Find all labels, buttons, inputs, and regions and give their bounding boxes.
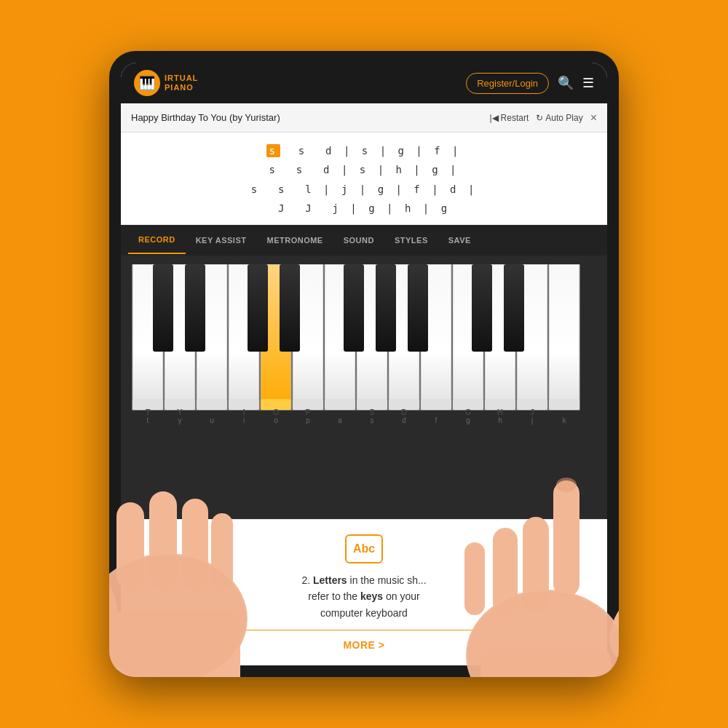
key-label-I: I (242, 408, 245, 416)
svg-text:k: k (563, 416, 567, 424)
toolbar-record[interactable]: RECORD (128, 226, 186, 254)
logo-icon: 🎹 (134, 70, 160, 96)
key-label-O: O (273, 408, 280, 416)
key-label-G: G (465, 408, 472, 416)
svg-text:p: p (306, 416, 310, 424)
header: 🎹 IRTUAL PIANO Register/Login 🔍 ☰ (121, 63, 607, 103)
info-text: 2. Letters in the music sh... refer to t… (301, 572, 426, 621)
svg-text:d: d (402, 416, 406, 424)
header-right: Register/Login 🔍 ☰ (466, 73, 594, 94)
svg-text:a: a (338, 416, 342, 424)
svg-text:j: j (531, 416, 533, 424)
tablet-device: 🎹 IRTUAL PIANO Register/Login 🔍 ☰ Happy … (109, 51, 619, 677)
highlighted-note: s (266, 144, 280, 157)
svg-text:t: t (147, 416, 149, 424)
piano-container: T Y I (121, 256, 607, 519)
sheet-row-1: s s d | s | g | f | (266, 143, 461, 159)
logo: 🎹 IRTUAL PIANO (134, 70, 198, 96)
svg-text:h: h (498, 416, 502, 424)
song-banner: Happy Birthday To You (by Yuristar) |◀ R… (121, 103, 607, 132)
key-label-T: T (146, 408, 151, 416)
svg-text:y: y (178, 416, 182, 424)
sheet-row-4: J J j | g | h | g (278, 200, 450, 216)
svg-text:u: u (210, 416, 214, 424)
tablet-screen: 🎹 IRTUAL PIANO Register/Login 🔍 ☰ Happy … (121, 63, 607, 665)
piano-keys: T Y I (127, 264, 601, 424)
key-label-S: S (369, 408, 374, 416)
toolbar-sound[interactable]: SOUND (333, 227, 384, 253)
toolbar: RECORD KEY ASSIST METRONOME SOUND STYLES… (121, 225, 607, 256)
svg-rect-6 (325, 399, 355, 410)
register-login-button[interactable]: Register/Login (466, 73, 549, 94)
sheet-row-3: s s l | j | g | f | d | (251, 181, 478, 197)
black-key-9[interactable] (504, 264, 524, 352)
key-label-D: D (401, 408, 407, 416)
key-label-H: H (497, 408, 503, 416)
info-keys-bold: keys (360, 590, 383, 602)
svg-rect-2 (197, 399, 227, 410)
key-label-J: J (530, 408, 534, 416)
autoplay-button[interactable]: ↻ Auto Play (536, 113, 582, 123)
black-key-1[interactable] (153, 264, 173, 352)
black-key-4[interactable] (280, 264, 300, 352)
black-key-2[interactable] (185, 264, 205, 352)
search-icon[interactable]: 🔍 (558, 75, 574, 91)
svg-rect-13 (549, 399, 579, 410)
toolbar-key-assist[interactable]: KEY ASSIST (186, 227, 257, 253)
black-key-5[interactable] (344, 264, 364, 352)
toolbar-save[interactable]: SAVE (438, 227, 481, 253)
menu-icon[interactable]: ☰ (582, 75, 594, 91)
key-label-Y: Y (177, 408, 183, 416)
black-key-7[interactable] (408, 264, 428, 352)
lower-key-labels: t y u i o p a s d f g h j (147, 416, 567, 424)
svg-rect-9 (421, 399, 451, 410)
svg-text:o: o (274, 416, 278, 424)
sheet-row-2: s s d | s | h | g | (269, 162, 459, 178)
black-key-3[interactable] (248, 264, 268, 352)
sheet-music: s s d | s | g | f | s s d | s | h | g | … (121, 132, 607, 225)
piano-svg: T Y I (131, 264, 597, 424)
svg-text:s: s (371, 416, 374, 424)
white-key-k[interactable] (549, 264, 579, 410)
svg-text:i: i (243, 416, 245, 424)
svg-text:g: g (466, 416, 470, 424)
black-key-6[interactable] (376, 264, 396, 352)
info-section: Abc 2. Letters in the music sh... refer … (121, 519, 607, 665)
abc-icon: Abc (345, 534, 383, 563)
close-button[interactable]: × (590, 111, 597, 124)
restart-button[interactable]: |◀ Restart (489, 113, 529, 123)
info-letters-bold: Letters (313, 574, 347, 586)
more-link[interactable]: MORE > (143, 630, 585, 651)
svg-text:f: f (435, 416, 438, 424)
toolbar-styles[interactable]: STYLES (384, 227, 438, 253)
black-key-8[interactable] (472, 264, 492, 352)
logo-text: IRTUAL PIANO (165, 74, 198, 92)
key-label-P: P (305, 408, 310, 416)
toolbar-metronome[interactable]: METRONOME (256, 227, 333, 253)
song-controls: |◀ Restart ↻ Auto Play × (489, 111, 597, 124)
song-title: Happy Birthday To You (by Yuristar) (131, 112, 280, 123)
